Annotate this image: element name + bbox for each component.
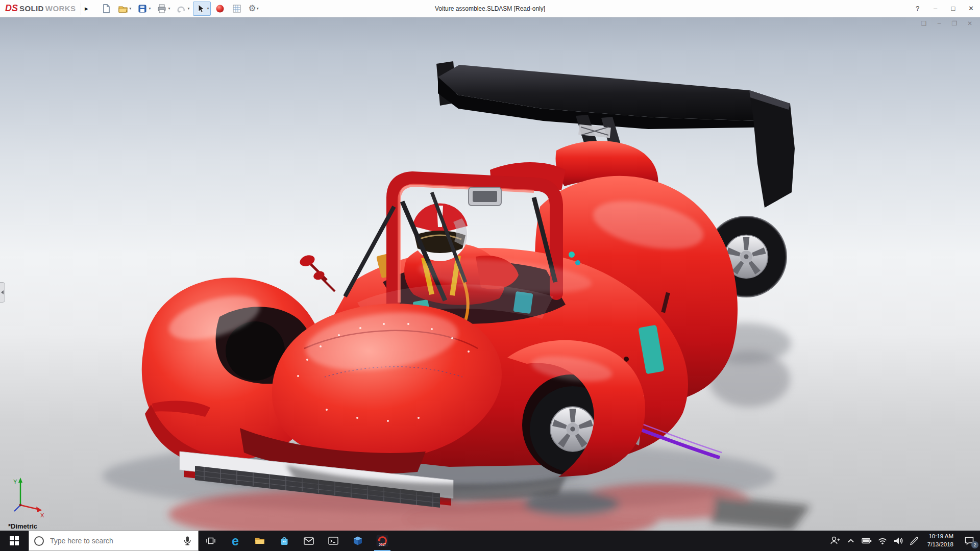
battery-icon: [861, 535, 872, 546]
windows-ink-button[interactable]: [906, 531, 922, 551]
gear-icon: ⚙: [248, 4, 256, 13]
solidworks-app-icon: 2017: [376, 534, 389, 547]
microphone-icon[interactable]: [182, 535, 193, 546]
orientation-triad: Y X: [11, 475, 49, 519]
side-mirrors[interactable]: [298, 253, 335, 291]
save-icon: [137, 3, 148, 14]
mail-icon: [303, 535, 315, 547]
view-orientation-label: *Dimetric: [8, 522, 37, 530]
undo-icon: [176, 3, 187, 14]
show-hidden-icons-button[interactable]: [843, 531, 859, 551]
action-center-button[interactable]: 2: [959, 531, 980, 551]
restore-document-button[interactable]: ❐: [950, 19, 959, 28]
new-document-button[interactable]: [99, 2, 114, 16]
cortana-icon: [34, 536, 44, 546]
appearance-sphere-icon: [214, 3, 226, 14]
start-button[interactable]: [0, 531, 29, 551]
task-view-button[interactable]: [199, 531, 223, 551]
close-button[interactable]: ✕: [962, 0, 980, 17]
minimize-button[interactable]: –: [926, 0, 944, 17]
undo-button[interactable]: ▾: [174, 2, 191, 16]
document-title: Voiture assomblee.SLDASM [Read-only]: [435, 0, 545, 17]
title-bar: DS SOLIDWORKS ▶ ▾: [0, 0, 980, 17]
appearances-button[interactable]: [212, 2, 228, 16]
new-document-icon: [101, 3, 112, 14]
clock-date: 7/13/2018: [927, 541, 953, 549]
file-explorer-button[interactable]: [248, 531, 272, 551]
pen-icon: [909, 535, 920, 546]
notification-badge: 2: [971, 541, 978, 548]
edrawings-button[interactable]: [346, 531, 370, 551]
ds-logo: DS: [5, 3, 18, 14]
print-icon: [156, 3, 167, 14]
design-table-icon: [231, 3, 242, 14]
triad-y-label: Y: [13, 479, 17, 485]
minimize-document-button[interactable]: –: [935, 19, 943, 28]
task-view-icon: [205, 535, 217, 547]
terminal-icon: [327, 535, 339, 547]
command-prompt-button[interactable]: [321, 531, 346, 551]
taskbar-search[interactable]: [29, 531, 199, 551]
triad-x-label: X: [40, 512, 44, 518]
cascade-window-button[interactable]: ❏: [920, 19, 928, 28]
clock-time: 10:19 AM: [928, 533, 953, 541]
select-tool-button[interactable]: ▾: [193, 2, 211, 16]
people-icon: [829, 535, 841, 546]
taskbar-clock[interactable]: 10:19 AM 7/13/2018: [922, 533, 959, 548]
battery-button[interactable]: [859, 531, 875, 551]
volume-button[interactable]: [891, 531, 906, 551]
help-button[interactable]: ?: [909, 0, 926, 17]
cad-cube-icon: [352, 535, 364, 547]
chevron-up-icon: [846, 536, 856, 546]
close-document-button[interactable]: ✕: [966, 19, 974, 28]
store-icon: [278, 535, 290, 547]
mail-button[interactable]: [297, 531, 321, 551]
file-explorer-icon: [254, 535, 266, 547]
windows-taskbar: e: [0, 531, 980, 551]
graphics-viewport[interactable]: ❏ – ❐ ✕: [0, 17, 980, 531]
car-model[interactable]: [142, 61, 795, 508]
volume-icon: [893, 535, 904, 546]
search-input[interactable]: [49, 536, 177, 545]
system-tray: 10:19 AM 7/13/2018 2: [827, 531, 980, 551]
solidworks-app-button[interactable]: 2017: [370, 531, 395, 551]
options-button[interactable]: ⚙ ▾: [246, 2, 260, 16]
design-table-button[interactable]: [229, 2, 244, 16]
edge-button[interactable]: e: [223, 531, 248, 551]
solidworks-window: DS SOLIDWORKS ▶ ▾: [0, 0, 980, 551]
save-button[interactable]: ▾: [135, 2, 153, 16]
menu-flyout-button[interactable]: ▶: [81, 3, 91, 15]
windows-logo-icon: [10, 536, 19, 545]
quick-access-toolbar: ▾ ▾ ▾: [99, 2, 260, 16]
open-folder-icon: [117, 3, 129, 14]
edge-icon: e: [232, 534, 239, 548]
document-window-controls: ❏ – ❐ ✕: [920, 19, 974, 28]
people-button[interactable]: [827, 531, 843, 551]
feature-tree-collapse-handle[interactable]: [0, 282, 5, 303]
print-button[interactable]: ▾: [154, 2, 172, 16]
store-button[interactable]: [272, 531, 297, 551]
3d-model-canvas[interactable]: [0, 17, 980, 531]
wifi-icon: [877, 535, 888, 546]
window-controls: ? – □ ✕: [909, 0, 980, 17]
maximize-button[interactable]: □: [944, 0, 962, 17]
cursor-select-icon: [195, 3, 206, 14]
solidworks-year-label: 2017: [379, 543, 386, 546]
network-button[interactable]: [875, 531, 891, 551]
solidworks-logo: DS SOLIDWORKS: [5, 3, 76, 14]
open-button[interactable]: ▾: [115, 2, 133, 16]
